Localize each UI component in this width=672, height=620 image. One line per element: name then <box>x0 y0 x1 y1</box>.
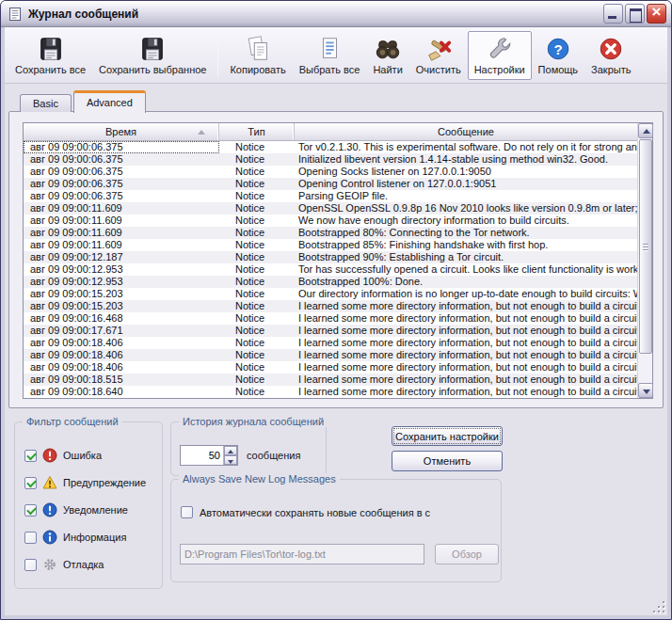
spinner-down-icon[interactable] <box>224 455 237 465</box>
filter-item-warning: Предупреждение <box>24 475 146 490</box>
cell-message: Parsing GEOIP file. <box>295 190 637 202</box>
table-row[interactable]: авг 09 09:00:18.515NoticeI learned some … <box>24 374 637 386</box>
table-row[interactable]: авг 09 09:00:17.671NoticeI learned some … <box>24 325 637 337</box>
scrollbar-thumb[interactable] <box>639 139 652 354</box>
titlebar: Журнал сообщений <box>1 1 671 27</box>
table-row[interactable]: авг 09 09:00:06.375NoticeInitialized lib… <box>24 153 637 166</box>
table-row[interactable]: авг 09 09:00:12.953NoticeTor has success… <box>24 263 637 276</box>
cell-type: Notice <box>219 312 295 325</box>
minimize-button[interactable] <box>603 4 623 24</box>
copy-icon <box>244 35 272 63</box>
tab-basic[interactable]: Basic <box>20 94 72 112</box>
toolbar-button-label: Очистить <box>416 64 461 75</box>
cancel-button[interactable]: Отменить <box>392 451 503 471</box>
cell-time: авг 09 09:00:18.640 <box>24 386 219 398</box>
toolbar-button-label: Найти <box>373 64 402 75</box>
cell-message: I learned some more directory informatio… <box>295 312 637 325</box>
table-row[interactable]: авг 09 09:00:15.203NoticeOur directory i… <box>24 288 637 300</box>
filter-checkbox[interactable] <box>24 504 37 517</box>
autosave-group-title: Always Save New Log Messages <box>179 473 340 485</box>
cell-message: Opening Control listener on 127.0.0.1:90… <box>295 178 637 190</box>
close-circle-icon <box>597 35 625 63</box>
cell-type: Notice <box>219 300 295 312</box>
filter-checkbox[interactable] <box>24 559 37 571</box>
cell-type: Notice <box>219 153 295 166</box>
cell-type: Notice <box>219 337 295 349</box>
toolbar-button-clear[interactable]: Очистить <box>409 31 468 80</box>
log-file-path-input <box>180 544 424 564</box>
column-header-type[interactable]: Тип <box>219 123 295 140</box>
resize-grip[interactable] <box>652 600 664 612</box>
table-row[interactable]: авг 09 09:00:06.375NoticeParsing GEOIP f… <box>24 190 637 202</box>
cell-time: авг 09 09:00:18.406 <box>24 337 219 349</box>
filter-checkbox[interactable] <box>24 477 37 489</box>
autosave-checkbox-row: Автоматически сохранять новые сообщения … <box>181 506 495 518</box>
toolbar-button-find[interactable]: Найти <box>366 31 408 80</box>
table-row[interactable]: авг 09 09:00:12.953NoticeBootstrapped 10… <box>24 276 637 288</box>
cell-type: Notice <box>219 202 295 215</box>
toolbar-button-save-all[interactable]: Сохранить все <box>8 31 92 80</box>
filter-item-label: Отладка <box>63 559 104 570</box>
scroll-up-icon[interactable] <box>638 123 653 138</box>
floppy-icon <box>37 35 65 63</box>
toolbar-button-save-selected[interactable]: Сохранить выбранное <box>92 31 213 80</box>
toolbar-button-select-all[interactable]: Выбрать все <box>293 31 367 80</box>
toolbar-button-help[interactable]: ?Помощь <box>532 31 585 80</box>
vertical-scrollbar[interactable] <box>637 123 652 398</box>
table-row[interactable]: авг 09 09:00:18.406NoticeI learned some … <box>24 349 637 361</box>
cell-time: авг 09 09:00:18.406 <box>24 349 219 361</box>
column-header-message[interactable]: Сообщение <box>295 123 637 140</box>
filter-checkbox[interactable] <box>24 450 37 462</box>
cell-type: Notice <box>219 288 295 300</box>
table-row[interactable]: авг 09 09:00:11.609NoticeOpenSSL OpenSSL… <box>24 202 637 215</box>
maximize-button[interactable] <box>625 4 645 24</box>
table-row[interactable]: авг 09 09:00:12.187NoticeBootstrapped 90… <box>24 251 637 263</box>
cell-message: I learned some more directory informatio… <box>295 349 637 361</box>
cell-type: Notice <box>219 215 295 227</box>
toolbar: Сохранить всеСохранить выбранноеКопирова… <box>5 27 667 84</box>
spinner-up-icon[interactable] <box>224 446 237 455</box>
history-group-title: История журнала сообщений <box>179 416 328 427</box>
error-icon <box>42 448 57 463</box>
cell-time: авг 09 09:00:11.609 <box>24 239 219 251</box>
filter-item-error: Ошибка <box>24 448 102 463</box>
save-settings-button[interactable]: Сохранить настройки <box>392 426 503 446</box>
table-row[interactable]: авг 09 09:00:06.375NoticeOpening Control… <box>24 178 637 190</box>
toolbar-button-label: Настройки <box>474 64 525 75</box>
history-count-spinner[interactable]: 50 <box>180 445 238 466</box>
scroll-down-icon[interactable] <box>638 383 653 398</box>
filter-item-label: Информация <box>63 532 126 543</box>
toolbar-button-label: Выбрать все <box>299 64 360 75</box>
cell-type: Notice <box>219 239 295 251</box>
cell-type: Notice <box>219 374 295 386</box>
table-row[interactable]: авг 09 09:00:06.375NoticeTor v0.2.1.30. … <box>24 141 637 153</box>
table-row[interactable]: авг 09 09:00:11.609NoticeWe now have eno… <box>24 215 637 227</box>
history-count-value[interactable]: 50 <box>181 446 223 465</box>
debug-icon <box>42 557 57 572</box>
autosave-group: Always Save New Log Messages Автоматичес… <box>170 479 502 582</box>
table-row[interactable]: авг 09 09:00:11.609NoticeBootstrapped 80… <box>24 227 637 239</box>
tab-advanced[interactable]: Advanced <box>73 90 146 113</box>
close-window-button[interactable] <box>647 4 666 24</box>
table-row[interactable]: авг 09 09:00:06.375NoticeOpening Socks l… <box>24 166 637 178</box>
table-row[interactable]: авг 09 09:00:18.406NoticeI learned some … <box>24 361 637 374</box>
autosave-checkbox[interactable] <box>181 506 193 518</box>
table-row[interactable]: авг 09 09:00:18.406NoticeI learned some … <box>24 337 637 349</box>
cell-message: Tor has successfully opened a circuit. L… <box>295 263 637 276</box>
column-header-time[interactable]: Время <box>24 123 219 140</box>
cell-message: Our directory information is no longer u… <box>295 288 637 300</box>
table-row[interactable]: авг 09 09:00:11.609NoticeBootstrapped 85… <box>24 239 637 251</box>
filter-item-label: Предупреждение <box>63 477 146 488</box>
cell-message: Bootstrapped 100%: Done. <box>295 276 637 288</box>
toolbar-button-copy[interactable]: Копировать <box>223 31 292 80</box>
cell-message: I learned some more directory informatio… <box>295 374 637 386</box>
table-row[interactable]: авг 09 09:00:18.640NoticeI learned some … <box>24 386 637 398</box>
toolbar-button-close[interactable]: Закрыть <box>584 31 637 80</box>
history-unit-label: сообщения <box>247 450 300 461</box>
filter-checkbox[interactable] <box>24 532 37 544</box>
cell-time: авг 09 09:00:06.375 <box>24 166 219 178</box>
cell-type: Notice <box>219 276 295 288</box>
table-row[interactable]: авг 09 09:00:16.468NoticeI learned some … <box>24 312 637 325</box>
table-row[interactable]: авг 09 09:00:15.203NoticeI learned some … <box>24 300 637 312</box>
toolbar-button-settings[interactable]: Настройки <box>468 31 532 80</box>
